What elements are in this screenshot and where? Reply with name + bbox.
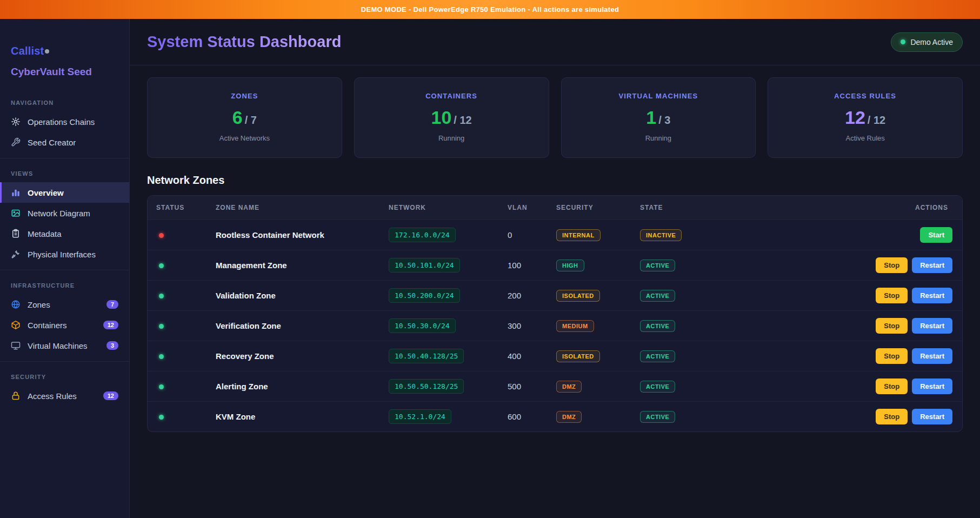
stat-denominator: / 12 bbox=[454, 114, 471, 126]
stat-value: 12 bbox=[845, 107, 865, 128]
security-badge: HIGH bbox=[556, 260, 584, 271]
sidebar-item-label: Network Diagram bbox=[28, 209, 90, 218]
nav-section-security: SECURITYAccess Rules12 bbox=[0, 361, 129, 411]
state-badge: ACTIVE bbox=[640, 260, 675, 271]
column-header-status: STATUS bbox=[148, 196, 207, 220]
stop-button[interactable]: Stop bbox=[876, 348, 908, 364]
sidebar-item-label: Metadata bbox=[28, 229, 62, 238]
stat-card-access-rules: ACCESS RULES12/ 12Active Rules bbox=[768, 77, 963, 158]
sidebar-item-virtual-machines[interactable]: Virtual Machines3 bbox=[0, 335, 129, 356]
sidebar-item-label: Zones bbox=[28, 300, 50, 309]
sidebar-item-label: Physical Interfaces bbox=[28, 250, 96, 259]
restart-button[interactable]: Restart bbox=[912, 318, 952, 334]
network-cidr: 172.16.0.0/24 bbox=[389, 228, 456, 242]
count-badge: 3 bbox=[106, 341, 118, 350]
security-badge: MEDIUM bbox=[556, 320, 594, 332]
restart-button[interactable]: Restart bbox=[912, 378, 952, 394]
sidebar-nav: NAVIGATIONOperations ChainsSeed CreatorV… bbox=[0, 88, 129, 411]
stat-value: 10 bbox=[431, 107, 452, 128]
sidebar-item-label: Operations Chains bbox=[28, 117, 95, 127]
restart-button[interactable]: Restart bbox=[912, 288, 952, 303]
sidebar-item-physical-interfaces[interactable]: Physical Interfaces bbox=[0, 244, 129, 264]
state-badge: ACTIVE bbox=[640, 290, 675, 302]
stat-caption: Active Networks bbox=[158, 134, 331, 142]
stop-button[interactable]: Stop bbox=[876, 318, 908, 334]
status-dot bbox=[159, 233, 164, 238]
vlan-value: 600 bbox=[499, 402, 548, 432]
sidebar-item-zones[interactable]: Zones7 bbox=[0, 294, 129, 315]
vlan-value: 200 bbox=[499, 281, 548, 311]
sidebar-item-overview[interactable]: Overview bbox=[0, 182, 129, 203]
sidebar-item-label: Containers bbox=[28, 321, 67, 330]
status-dot bbox=[159, 354, 164, 359]
security-badge: ISOLATED bbox=[556, 290, 600, 302]
stat-cards: ZONES6/ 7Active NetworksCONTAINERS10/ 12… bbox=[147, 77, 963, 158]
count-badge: 7 bbox=[106, 300, 118, 309]
network-cidr: 10.52.1.0/24 bbox=[389, 409, 451, 424]
restart-button[interactable]: Restart bbox=[912, 348, 952, 364]
bar-chart-icon bbox=[11, 188, 21, 197]
stat-title: ACCESS RULES bbox=[779, 92, 951, 100]
vlan-value: 0 bbox=[499, 220, 548, 250]
section-title: Network Zones bbox=[147, 174, 963, 187]
column-header-vlan: VLAN bbox=[499, 196, 548, 220]
stop-button[interactable]: Stop bbox=[876, 257, 908, 273]
page-header: System Status Dashboard Demo Active bbox=[130, 19, 980, 65]
stop-button[interactable]: Stop bbox=[876, 288, 908, 303]
state-badge: ACTIVE bbox=[640, 350, 675, 362]
sidebar-item-operations-chains[interactable]: Operations Chains bbox=[0, 111, 129, 132]
nav-section-navigation: NAVIGATIONOperations ChainsSeed Creator bbox=[0, 88, 129, 158]
sidebar-item-access-rules[interactable]: Access Rules12 bbox=[0, 386, 129, 406]
restart-button[interactable]: Restart bbox=[912, 409, 952, 424]
restart-button[interactable]: Restart bbox=[912, 257, 952, 273]
nav-section-views: VIEWSOverviewNetwork DiagramMetadataPhys… bbox=[0, 158, 129, 270]
sidebar-item-network-diagram[interactable]: Network Diagram bbox=[0, 203, 129, 223]
zone-name: Management Zone bbox=[207, 250, 380, 281]
zone-row-rootless-container-network: Rootless Container Network172.16.0.0/240… bbox=[148, 220, 962, 250]
zone-name: Recovery Zone bbox=[207, 341, 380, 371]
sidebar-item-label: Overview bbox=[28, 188, 64, 197]
stop-button[interactable]: Stop bbox=[876, 409, 908, 424]
column-header-network: NETWORK bbox=[380, 196, 499, 220]
nav-section-infrastructure: INFRASTRUCTUREZones7Containers12Virtual … bbox=[0, 270, 129, 361]
zone-name: KVM Zone bbox=[207, 402, 380, 432]
logo: Callist bbox=[0, 35, 129, 58]
sidebar-item-containers[interactable]: Containers12 bbox=[0, 315, 129, 335]
sidebar-item-seed-creator[interactable]: Seed Creator bbox=[0, 132, 129, 152]
network-zones-table: STATUSZONE NAMENETWORKVLANSECURITYSTATEA… bbox=[147, 195, 963, 432]
logo-text: Callist bbox=[11, 45, 44, 57]
sidebar-item-label: Access Rules bbox=[28, 391, 77, 401]
stop-button[interactable]: Stop bbox=[876, 378, 908, 394]
state-badge: ACTIVE bbox=[640, 320, 675, 332]
gear-icon bbox=[11, 117, 21, 127]
start-button[interactable]: Start bbox=[920, 227, 952, 243]
app-name: CyberVault Seed bbox=[0, 58, 129, 88]
status-dot bbox=[159, 384, 164, 389]
stat-value: 6 bbox=[232, 107, 243, 128]
status-dot-icon bbox=[901, 39, 905, 44]
column-header-state: STATE bbox=[631, 196, 756, 220]
security-badge: DMZ bbox=[556, 411, 582, 423]
logo-dot bbox=[45, 49, 49, 54]
sidebar-item-label: Virtual Machines bbox=[28, 341, 88, 350]
content-area: ZONES6/ 7Active NetworksCONTAINERS10/ 12… bbox=[130, 65, 980, 445]
tools-icon bbox=[11, 249, 21, 259]
main-panel: System Status Dashboard Demo Active ZONE… bbox=[130, 19, 980, 518]
stat-value: 1 bbox=[646, 107, 656, 128]
stat-card-virtual-machines: VIRTUAL MACHINES1/ 3Running bbox=[561, 77, 756, 158]
status-dot bbox=[159, 324, 164, 329]
network-cidr: 10.50.30.0/24 bbox=[389, 318, 456, 333]
zone-row-management-zone: Management Zone10.50.101.0/24100HIGHACTI… bbox=[148, 250, 962, 281]
demo-status-pill: Demo Active bbox=[891, 32, 963, 52]
zone-name: Verification Zone bbox=[207, 311, 380, 341]
sidebar: Callist CyberVault Seed NAVIGATIONOperat… bbox=[0, 19, 130, 518]
app-layout: Callist CyberVault Seed NAVIGATIONOperat… bbox=[0, 19, 980, 518]
zone-row-kvm-zone: KVM Zone10.52.1.0/24600DMZACTIVEStopRest… bbox=[148, 402, 962, 432]
monitor-icon bbox=[11, 341, 21, 350]
sidebar-item-metadata[interactable]: Metadata bbox=[0, 223, 129, 244]
stat-value-row: 1/ 3 bbox=[572, 107, 745, 128]
stat-card-zones: ZONES6/ 7Active Networks bbox=[147, 77, 342, 158]
diagram-icon bbox=[11, 208, 21, 218]
column-header-security: SECURITY bbox=[548, 196, 631, 220]
security-badge: ISOLATED bbox=[556, 350, 600, 362]
